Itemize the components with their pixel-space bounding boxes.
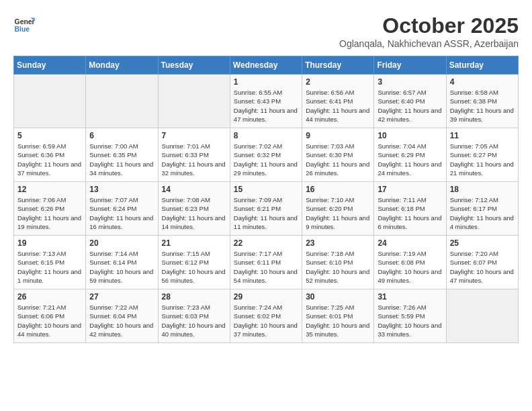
calendar-cell: 4 Sunrise: 6:58 AM Sunset: 6:38 PM Dayli… [446,75,518,128]
subtitle: Oglanqala, Nakhichevan ASSR, Azerbaijan [339,38,519,49]
day-number: 19 [17,238,82,248]
sunrise-text: Sunrise: 6:57 AM [378,89,426,96]
weekday-header-monday: Monday [86,56,158,75]
calendar-cell: 19 Sunrise: 7:13 AM Sunset: 6:15 PM Dayl… [14,236,86,289]
weekday-header-saturday: Saturday [446,56,518,75]
calendar-cell: 6 Sunrise: 7:00 AM Sunset: 6:35 PM Dayli… [86,128,158,182]
sunrise-text: Sunrise: 6:56 AM [306,89,354,96]
daylight-text: Daylight: 11 hours and 37 minutes. [17,161,81,177]
day-info: Sunrise: 6:59 AM Sunset: 6:36 PM Dayligh… [17,142,82,177]
sunset-text: Sunset: 6:27 PM [450,151,497,158]
sunrise-text: Sunrise: 7:05 AM [450,142,498,150]
daylight-text: Daylight: 11 hours and 34 minutes. [89,161,153,177]
sunrise-text: Sunrise: 7:18 AM [306,250,354,257]
calendar-cell: 8 Sunrise: 7:02 AM Sunset: 6:32 PM Dayli… [230,128,302,182]
sunrise-text: Sunrise: 7:02 AM [234,142,282,150]
day-number: 16 [306,185,370,194]
daylight-text: Daylight: 10 hours and 59 minutes. [89,268,153,284]
daylight-text: Daylight: 11 hours and 9 minutes. [306,214,369,230]
day-info: Sunrise: 7:01 AM Sunset: 6:33 PM Dayligh… [162,142,226,177]
calendar-cell: 2 Sunrise: 6:56 AM Sunset: 6:41 PM Dayli… [302,75,374,128]
daylight-text: Daylight: 10 hours and 56 minutes. [162,268,226,284]
day-number: 24 [378,238,442,248]
sunrise-text: Sunrise: 7:21 AM [17,304,66,311]
sunset-text: Sunset: 6:20 PM [306,205,353,212]
daylight-text: Daylight: 11 hours and 6 minutes. [378,214,441,230]
day-number: 14 [162,185,226,194]
calendar-cell: 22 Sunrise: 7:17 AM Sunset: 6:11 PM Dayl… [230,236,302,289]
day-number: 30 [306,292,370,302]
svg-text:Blue: Blue [15,26,30,33]
day-number: 8 [234,131,298,140]
day-info: Sunrise: 7:22 AM Sunset: 6:04 PM Dayligh… [89,303,154,338]
calendar-cell [86,75,158,128]
calendar-cell: 10 Sunrise: 7:04 AM Sunset: 6:29 PM Dayl… [374,128,446,182]
daylight-text: Daylight: 10 hours and 49 minutes. [378,268,441,284]
sunrise-text: Sunrise: 7:04 AM [378,142,426,150]
sunset-text: Sunset: 6:24 PM [89,205,136,212]
calendar-cell: 11 Sunrise: 7:05 AM Sunset: 6:27 PM Dayl… [446,128,518,182]
day-info: Sunrise: 6:56 AM Sunset: 6:41 PM Dayligh… [306,88,370,124]
daylight-text: Daylight: 11 hours and 19 minutes. [17,214,81,230]
day-number: 28 [162,292,226,302]
sunrise-text: Sunrise: 6:55 AM [234,89,282,96]
calendar-cell: 5 Sunrise: 6:59 AM Sunset: 6:36 PM Dayli… [14,128,86,182]
daylight-text: Daylight: 10 hours and 47 minutes. [450,268,514,284]
day-info: Sunrise: 7:23 AM Sunset: 6:03 PM Dayligh… [162,303,226,338]
sunrise-text: Sunrise: 6:58 AM [450,89,498,96]
sunset-text: Sunset: 6:01 PM [306,312,353,320]
sunrise-text: Sunrise: 7:19 AM [378,250,426,257]
sunrise-text: Sunrise: 7:15 AM [162,250,210,257]
sunrise-text: Sunrise: 7:22 AM [89,304,138,311]
header: General Blue October 2025 Oglanqala, Nak… [13,13,519,49]
day-info: Sunrise: 7:11 AM Sunset: 6:18 PM Dayligh… [378,195,442,231]
daylight-text: Daylight: 11 hours and 32 minutes. [162,161,226,177]
day-number: 9 [306,131,370,140]
calendar-cell: 23 Sunrise: 7:18 AM Sunset: 6:10 PM Dayl… [302,236,374,289]
day-info: Sunrise: 7:09 AM Sunset: 6:21 PM Dayligh… [234,195,298,231]
calendar-cell: 3 Sunrise: 6:57 AM Sunset: 6:40 PM Dayli… [374,75,446,128]
calendar-cell: 9 Sunrise: 7:03 AM Sunset: 6:30 PM Dayli… [302,128,374,182]
day-info: Sunrise: 7:20 AM Sunset: 6:07 PM Dayligh… [450,249,515,285]
month-title: October 2025 [339,13,519,38]
daylight-text: Daylight: 11 hours and 1 minute. [17,268,81,284]
calendar-cell: 16 Sunrise: 7:10 AM Sunset: 6:20 PM Dayl… [302,182,374,236]
calendar-cell: 7 Sunrise: 7:01 AM Sunset: 6:33 PM Dayli… [158,128,230,182]
day-info: Sunrise: 7:26 AM Sunset: 5:59 PM Dayligh… [378,303,442,338]
day-number: 13 [89,185,154,194]
logo: General Blue [13,13,35,35]
daylight-text: Daylight: 10 hours and 33 minutes. [378,322,441,338]
sunset-text: Sunset: 6:32 PM [234,151,281,158]
day-number: 20 [89,238,154,248]
day-info: Sunrise: 7:05 AM Sunset: 6:27 PM Dayligh… [450,142,515,177]
weekday-header-friday: Friday [374,56,446,75]
daylight-text: Daylight: 10 hours and 37 minutes. [234,322,298,338]
day-info: Sunrise: 7:15 AM Sunset: 6:12 PM Dayligh… [162,249,226,285]
day-number: 1 [234,77,298,87]
sunset-text: Sunset: 6:06 PM [17,312,64,320]
sunset-text: Sunset: 6:08 PM [378,259,425,266]
week-row-1: 1 Sunrise: 6:55 AM Sunset: 6:43 PM Dayli… [14,75,519,128]
calendar-table: SundayMondayTuesdayWednesdayThursdayFrid… [13,56,519,343]
sunset-text: Sunset: 6:10 PM [306,259,353,266]
day-info: Sunrise: 7:14 AM Sunset: 6:14 PM Dayligh… [89,249,154,285]
sunrise-text: Sunrise: 7:23 AM [162,304,210,311]
day-number: 29 [234,292,298,302]
daylight-text: Daylight: 11 hours and 44 minutes. [306,107,369,123]
day-info: Sunrise: 7:24 AM Sunset: 6:02 PM Dayligh… [234,303,298,338]
calendar-cell: 15 Sunrise: 7:09 AM Sunset: 6:21 PM Dayl… [230,182,302,236]
week-row-2: 5 Sunrise: 6:59 AM Sunset: 6:36 PM Dayli… [14,128,519,182]
daylight-text: Daylight: 11 hours and 47 minutes. [234,107,298,123]
sunset-text: Sunset: 6:35 PM [89,151,136,158]
sunrise-text: Sunrise: 7:09 AM [234,196,282,203]
sunset-text: Sunset: 6:26 PM [17,205,64,212]
calendar-cell: 1 Sunrise: 6:55 AM Sunset: 6:43 PM Dayli… [230,75,302,128]
day-number: 18 [450,185,515,194]
day-number: 15 [234,185,298,194]
calendar-cell [158,75,230,128]
daylight-text: Daylight: 11 hours and 24 minutes. [378,161,441,177]
daylight-text: Daylight: 11 hours and 4 minutes. [450,214,514,230]
day-info: Sunrise: 6:55 AM Sunset: 6:43 PM Dayligh… [234,88,298,124]
sunrise-text: Sunrise: 7:01 AM [162,142,210,150]
calendar-cell: 21 Sunrise: 7:15 AM Sunset: 6:12 PM Dayl… [158,236,230,289]
